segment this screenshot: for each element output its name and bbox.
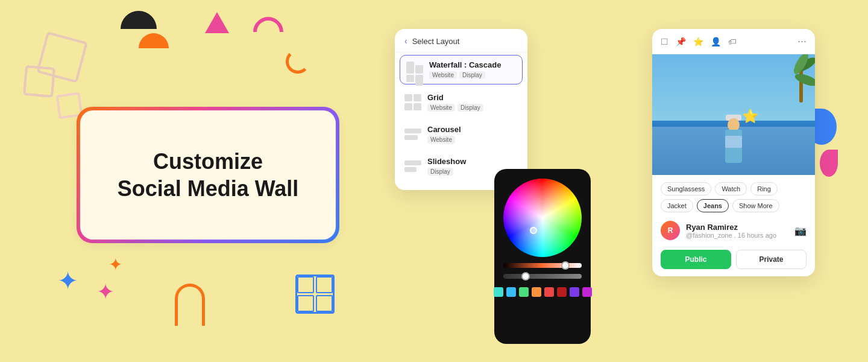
grid-name: Grid [427,93,483,102]
swatch-darkred[interactable] [557,287,567,297]
panel-back-icon[interactable]: ‹ [404,36,407,46]
waterfall-tags: Website Display [429,71,501,79]
tag-show-more[interactable]: Show More [732,199,779,212]
star-icon[interactable]: ⭐ [693,37,703,46]
layout-panel: ‹ Select Layout Waterfall : Cascade Webs… [395,29,527,190]
public-button[interactable]: Public [661,250,731,269]
brightness-thumb[interactable] [561,261,570,270]
swatch-purple[interactable] [570,287,579,297]
tag-icon[interactable]: 🏷 [728,37,737,46]
opacity-thumb[interactable] [521,272,530,281]
slideshow-tags: Display [427,168,466,176]
pin-icon[interactable]: 📌 [676,37,686,46]
user-info: Ryan Ramirez @fashion_zone . 16 hours ag… [686,223,776,239]
grid-tag-website: Website [427,104,455,112]
tag-jacket[interactable]: Jacket [661,199,693,212]
waterfall-icon [406,62,423,78]
swatch-magenta[interactable] [582,287,592,297]
header-icon-group: ☐ 📌 ⭐ 👤 🏷 [661,37,737,46]
carousel-name: Carousel [427,125,461,134]
swatch-sky[interactable] [506,287,516,297]
carousel-tags: Website [427,136,461,144]
grid-info: Grid Website Display [427,93,483,112]
hero-line2: Social Media Wall [118,175,299,202]
instagram-icon: 📷 [794,225,807,237]
layout-item-carousel[interactable]: Carousel Website [395,119,527,150]
social-user: R Ryan Ramirez @fashion_zone . 16 hours … [652,216,815,245]
hero-line1: Customize [118,148,299,175]
hero-text: Customize Social Media Wall [118,148,299,202]
social-actions: Public Private [652,245,815,276]
user-handle: @fashion_zone . 16 hours ago [686,232,776,239]
social-tags: Sunglassess Watch Ring Jacket Jeans Show… [652,175,815,216]
carousel-tag-website: Website [427,136,455,144]
palm-tree [799,66,803,103]
grid-tags: Website Display [427,104,483,112]
waterfall-tag-website: Website [429,71,457,79]
grid-icon [404,94,421,111]
panel-title: Select Layout [412,37,460,46]
more-icon[interactable]: ··· [797,35,807,48]
slideshow-icon [404,158,421,175]
social-image: ⭐ [652,54,815,175]
carousel-info: Carousel Website [427,125,461,144]
tag-jeans[interactable]: Jeans [697,199,729,212]
color-swatches [494,287,592,297]
waterfall-tag-display: Display [459,71,485,79]
swatch-orange[interactable] [532,287,541,297]
panel-header: ‹ Select Layout [395,36,527,52]
waterfall-name: Waterfall : Cascade [429,60,501,69]
tag-watch[interactable]: Watch [715,182,747,195]
carousel-icon [404,126,421,143]
social-card-panel: ☐ 📌 ⭐ 👤 🏷 ··· ⭐ Sungl [652,29,815,276]
brightness-slider[interactable] [503,263,582,268]
swatch-teal[interactable] [494,287,503,297]
tag-sunglassess[interactable]: Sunglassess [661,182,711,195]
slideshow-tag-display: Display [427,168,453,176]
opacity-slider[interactable] [503,274,582,279]
grid-tag-display: Display [458,104,483,112]
private-button[interactable]: Private [736,250,807,269]
slideshow-name: Slideshow [427,157,466,166]
beach-person [715,97,752,163]
swatch-red[interactable] [544,287,554,297]
hero-box: Customize Social Media Wall [78,109,338,241]
slideshow-info: Slideshow Display [427,157,466,176]
waterfall-info: Waterfall : Cascade Website Display [429,60,501,79]
social-panel-header: ☐ 📌 ⭐ 👤 🏷 ··· [652,29,815,54]
color-picker-panel [494,169,591,344]
tag-ring[interactable]: Ring [750,182,778,195]
layout-item-grid[interactable]: Grid Website Display [395,87,527,118]
person-icon[interactable]: 👤 [711,37,721,46]
checkbox-icon[interactable]: ☐ [661,37,668,46]
swatch-green[interactable] [519,287,529,297]
user-avatar: R [661,221,680,240]
color-wheel[interactable] [503,179,582,257]
starfish: ⭐ [742,109,758,124]
color-wheel-dot[interactable] [530,227,537,234]
layout-item-waterfall[interactable]: Waterfall : Cascade Website Display [400,55,523,84]
user-name: Ryan Ramirez [686,223,776,232]
